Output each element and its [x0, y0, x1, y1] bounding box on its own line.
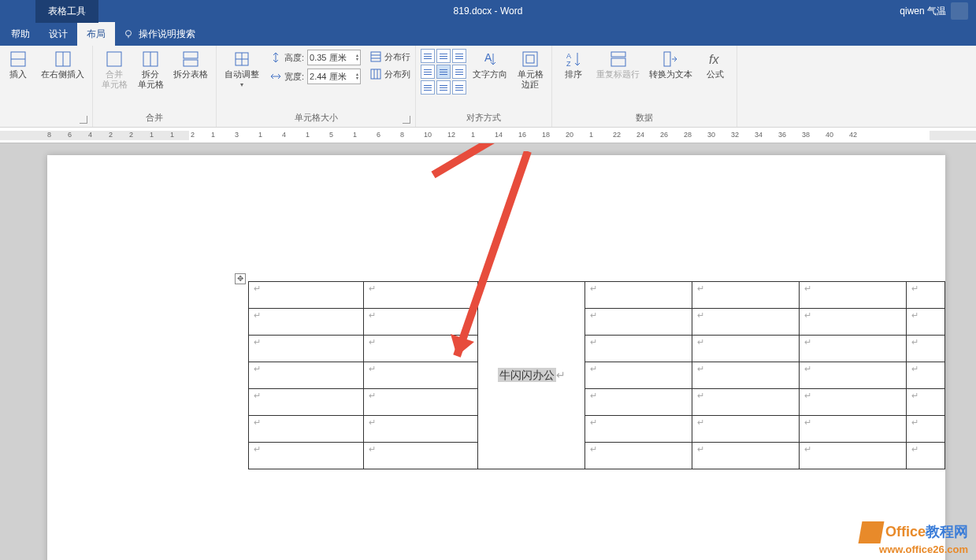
table-cell[interactable]: ↵	[906, 389, 944, 416]
table-cell[interactable]: ↵	[585, 309, 692, 336]
table-cell[interactable]: ↵	[249, 309, 364, 336]
table-cell[interactable]: ↵	[249, 389, 364, 416]
table-cell[interactable]: ↵	[363, 309, 478, 336]
cell-margins-button[interactable]: 单元格 边距	[514, 49, 547, 91]
table-cell[interactable]: ↵	[692, 362, 800, 389]
table-cell[interactable]: ↵	[800, 309, 907, 336]
align-bot-center[interactable]	[436, 80, 451, 95]
distribute-cols-button[interactable]: 分布列	[370, 66, 410, 82]
split-cells-label: 拆分 单元格	[138, 69, 164, 90]
table-cell[interactable]: ↵	[906, 282, 944, 309]
group-label-align: 对齐方式	[421, 110, 547, 125]
table-cell[interactable]: ↵	[800, 362, 907, 389]
table-cell[interactable]: ↵	[585, 443, 692, 469]
align-mid-right[interactable]	[452, 65, 466, 79]
tab-layout[interactable]: 布局	[77, 22, 115, 46]
table-cell[interactable]: ↵	[249, 362, 364, 389]
table-cell[interactable]: ↵	[585, 416, 692, 443]
user-account[interactable]: qiwen 气温	[900, 2, 968, 20]
table-cell[interactable]: ↵	[363, 282, 478, 309]
table-cell[interactable]: ↵	[692, 336, 800, 362]
table-cell[interactable]: ↵	[906, 416, 944, 443]
height-label: 高度:	[284, 52, 304, 64]
merge-cells-button[interactable]: 合并 单元格	[98, 49, 131, 91]
table-cell[interactable]: ↵	[249, 336, 364, 362]
table-cell[interactable]: ↵	[692, 443, 800, 469]
autofit-button[interactable]: 自动调整 ▾	[221, 49, 262, 90]
insert-below-button[interactable]: 插入	[2, 49, 35, 81]
height-spinner[interactable]: 0.35 厘米▴▾	[307, 50, 361, 65]
dist-rows-label: 分布行	[384, 51, 410, 63]
table-cell[interactable]: ↵	[800, 416, 907, 443]
table-cell[interactable]: ↵	[363, 389, 478, 416]
align-top-left[interactable]	[421, 49, 435, 63]
autofit-label: 自动调整	[225, 69, 259, 80]
tab-design[interactable]: 设计	[39, 22, 77, 46]
dialog-launcher-icon[interactable]	[80, 116, 87, 124]
page[interactable]: ✥ ↵↵牛闪闪办公↵↵↵↵↵↵↵↵↵↵↵↵↵↵↵↵↵↵↵↵↵↵↵↵↵↵↵↵↵↵↵…	[47, 155, 945, 560]
table-cell[interactable]: ↵	[585, 282, 692, 309]
table-cell[interactable]: ↵	[800, 282, 907, 309]
table-move-handle[interactable]: ✥	[235, 273, 246, 284]
ribbon-tabs: 帮助 设计 布局 操作说明搜索	[0, 22, 976, 46]
svg-rect-10	[184, 60, 198, 66]
distribute-rows-button[interactable]: 分布行	[370, 49, 410, 65]
table-cell[interactable]: ↵	[906, 309, 944, 336]
table-cell[interactable]: ↵	[363, 362, 478, 389]
table-cell[interactable]: ↵	[692, 416, 800, 443]
context-tab-table-tools[interactable]: 表格工具	[35, 0, 98, 23]
align-mid-left[interactable]	[421, 65, 435, 79]
repeat-header-button[interactable]: 重复标题行	[593, 49, 643, 81]
align-top-right[interactable]	[452, 49, 466, 63]
merged-cell[interactable]: 牛闪闪办公↵	[478, 282, 585, 469]
align-bot-left[interactable]	[421, 80, 435, 95]
table-cell[interactable]: ↵	[692, 282, 800, 309]
convert-to-text-button[interactable]: 转换为文本	[646, 49, 696, 81]
dist-rows-icon	[370, 51, 381, 62]
table-cell[interactable]: ↵	[363, 443, 478, 469]
align-bot-right[interactable]	[452, 80, 466, 95]
col-width-control: 宽度: 2.44 厘米▴▾	[270, 68, 361, 85]
table-cell[interactable]: ↵	[906, 362, 944, 389]
table-cell[interactable]: ↵	[800, 389, 907, 416]
watermark-text1b: 教程网	[926, 524, 968, 540]
table-cell[interactable]: ↵	[692, 389, 800, 416]
word-table[interactable]: ↵↵牛闪闪办公↵↵↵↵↵↵↵↵↵↵↵↵↵↵↵↵↵↵↵↵↵↵↵↵↵↵↵↵↵↵↵↵↵…	[248, 281, 945, 469]
dialog-launcher-icon[interactable]	[403, 116, 410, 124]
autofit-icon	[233, 50, 250, 68]
svg-rect-24	[523, 52, 537, 66]
table-cell[interactable]: ↵	[906, 443, 944, 469]
tab-help[interactable]: 帮助	[2, 22, 39, 46]
sort-button[interactable]: AZ 排序	[557, 49, 590, 81]
dist-cols-icon	[370, 69, 381, 80]
insert-right-button[interactable]: 在右侧插入	[38, 49, 87, 81]
table-cell[interactable]: ↵	[249, 282, 364, 309]
table-cell[interactable]: ↵	[585, 336, 692, 362]
table-cell[interactable]: ↵	[800, 443, 907, 469]
table-cell[interactable]: ↵	[249, 416, 364, 443]
split-table-button[interactable]: 拆分表格	[170, 49, 211, 81]
align-mid-center[interactable]	[436, 65, 451, 79]
height-icon	[270, 52, 281, 63]
table-cell[interactable]: ↵	[249, 443, 364, 469]
split-cells-button[interactable]: 拆分 单元格	[134, 49, 167, 91]
align-top-center[interactable]	[436, 49, 451, 63]
formula-button[interactable]: fx 公式	[699, 49, 732, 81]
logo-icon	[859, 521, 885, 543]
width-spinner[interactable]: 2.44 厘米▴▾	[307, 69, 361, 84]
table-cell[interactable]: ↵	[692, 309, 800, 336]
table-cell[interactable]: ↵	[585, 389, 692, 416]
table-cell[interactable]: ↵	[906, 336, 944, 362]
table-cell[interactable]: ↵	[585, 362, 692, 389]
horizontal-ruler[interactable]: 8642211213141516810121141618201222426283…	[0, 128, 976, 143]
tell-me-search[interactable]: 操作说明搜索	[123, 22, 195, 46]
formula-icon: fx	[707, 50, 724, 68]
table-cell[interactable]: ↵	[800, 336, 907, 362]
table-cell[interactable]: ↵	[363, 336, 478, 362]
to-text-icon	[662, 50, 680, 68]
group-cell-size: 自动调整 ▾ 高度: 0.35 厘米▴▾ 宽度: 2.44 厘米▴▾ 分	[217, 46, 416, 127]
svg-text:fx: fx	[709, 53, 719, 66]
text-direction-button[interactable]: A 文字方向	[469, 49, 510, 81]
table-cell[interactable]: ↵	[363, 416, 478, 443]
insert-below-label: 插入	[9, 69, 27, 80]
